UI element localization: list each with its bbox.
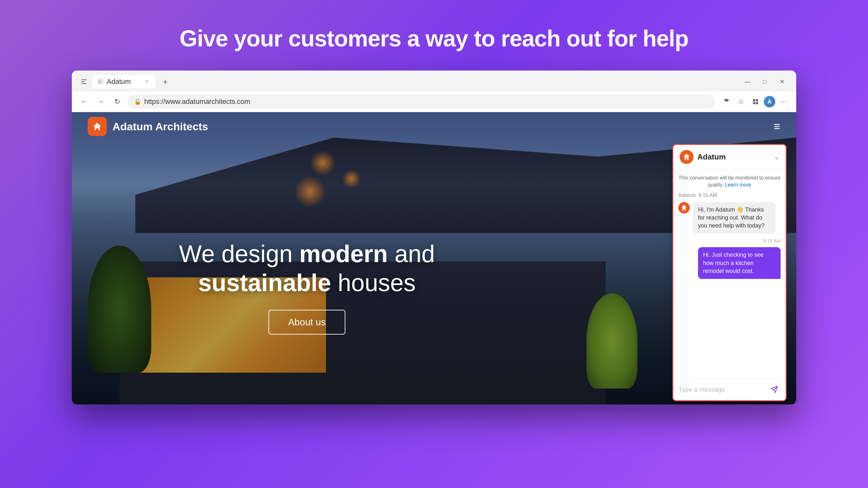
chat-header: Adatum ⌄ [673, 145, 786, 169]
learn-more-link[interactable]: Learn more [725, 182, 751, 187]
svg-rect-7 [753, 102, 755, 104]
tab-title: Adatum [107, 78, 140, 86]
lock-icon: 🔒 [134, 98, 141, 105]
hero-heading: We design modern and sustainable houses [72, 239, 542, 297]
hero-text-3: houses [331, 269, 415, 296]
send-button[interactable] [768, 383, 781, 396]
toolbar-right: ☆ A ··· [720, 95, 790, 108]
address-bar: ← → ↻ 🔒 https://www.adatumarchitects.com… [72, 92, 796, 112]
refresh-button[interactable]: ↻ [111, 96, 123, 108]
chat-sender-info: Adatum 9:15 AM [678, 192, 781, 198]
chat-sender-time: 9:15 AM [698, 192, 717, 198]
bot-avatar [678, 202, 690, 214]
maximize-button[interactable]: □ [757, 76, 773, 87]
monitor-notice: This conversation will be monitored to e… [678, 175, 781, 189]
light-2 [342, 169, 361, 188]
browser-titlebar: A Adatum × + — □ ✕ [78, 75, 790, 88]
hamburger-menu-icon[interactable]: ≡ [774, 120, 780, 133]
browser-chrome: A Adatum × + — □ ✕ [72, 70, 796, 88]
chat-widget: Adatum ⌄ This conversation will be monit… [672, 144, 787, 401]
chat-title: Adatum [698, 152, 770, 161]
svg-rect-8 [756, 102, 758, 104]
chat-body: This conversation will be monitored to e… [673, 169, 786, 378]
close-button[interactable]: ✕ [774, 76, 790, 87]
url-text: https://www.adatumarchitects.com [144, 97, 709, 106]
svg-rect-5 [753, 99, 755, 101]
about-us-button[interactable]: About us [269, 310, 345, 335]
svg-rect-1 [81, 81, 85, 82]
site-navbar: Adatum Architects ≡ [72, 112, 796, 141]
website-content: Adatum Architects ≡ We design modern and… [72, 112, 796, 404]
url-field[interactable]: 🔒 https://www.adatumarchitects.com [128, 95, 715, 109]
minimize-button[interactable]: — [740, 76, 755, 87]
hero-text-1: We design [179, 240, 299, 267]
window-controls: — □ ✕ [740, 76, 790, 87]
page-headline: Give your customers a way to reach out f… [180, 25, 688, 52]
sidebar-toggle-button[interactable] [78, 76, 90, 87]
svg-rect-6 [756, 99, 758, 101]
site-logo-icon [88, 117, 107, 136]
chat-input[interactable]: Type a message [678, 386, 765, 393]
hero-bold-2: sustainable [198, 269, 331, 296]
tree-right [587, 293, 637, 389]
chat-sender-name: Adatum [678, 192, 696, 198]
chat-logo-icon [680, 150, 693, 164]
hero-section: We design modern and sustainable houses … [72, 239, 542, 335]
svg-text:A: A [99, 80, 101, 84]
extensions-button[interactable] [720, 95, 733, 108]
site-logo: Adatum Architects [88, 117, 208, 136]
user-message-bubble: Hi. Just checking to see how much a kitc… [698, 247, 781, 279]
svg-point-9 [97, 124, 99, 126]
browser-window: A Adatum × + — □ ✕ ← [72, 70, 796, 404]
back-button[interactable]: ← [78, 96, 90, 108]
collections-button[interactable] [749, 95, 762, 108]
favorites-button[interactable]: ☆ [735, 95, 747, 108]
light-3 [294, 176, 326, 208]
light-1 [310, 150, 336, 176]
user-message-row: Hi. Just checking to see how much a kitc… [678, 247, 781, 279]
svg-rect-2 [81, 83, 86, 84]
settings-button[interactable]: ··· [777, 95, 790, 108]
tab-close-button[interactable]: × [143, 78, 151, 86]
chat-minimize-button[interactable]: ⌄ [774, 153, 779, 161]
svg-rect-0 [81, 80, 86, 80]
forward-button[interactable]: → [95, 96, 107, 108]
hero-bold-1: modern [299, 240, 388, 267]
bot-message-time: 9:15 AM [678, 238, 781, 243]
browser-tab[interactable]: A Adatum × [92, 75, 156, 88]
profile-avatar[interactable]: A [764, 96, 775, 108]
bot-message-row: Hi, I'm Adatum 👋 Thanks for reaching out… [678, 202, 781, 234]
new-tab-button[interactable]: + [159, 76, 171, 87]
site-logo-text: Adatum Architects [113, 120, 208, 133]
chat-footer[interactable]: Type a message [673, 378, 786, 400]
hero-text-2: and [388, 240, 435, 267]
tab-favicon: A [97, 79, 103, 85]
bot-message-bubble: Hi, I'm Adatum 👋 Thanks for reaching out… [693, 202, 776, 234]
